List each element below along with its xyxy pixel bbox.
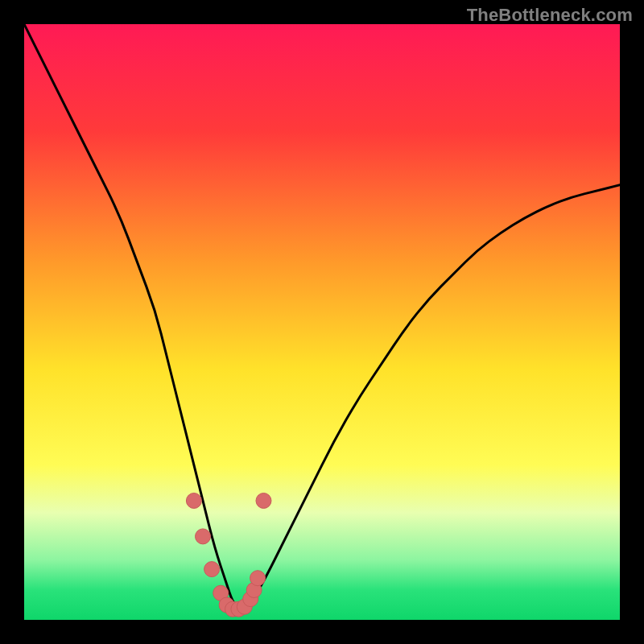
data-marker xyxy=(204,562,220,577)
data-marker xyxy=(196,529,211,544)
data-marker xyxy=(186,493,201,509)
plot-area xyxy=(24,24,620,620)
chart-frame: TheBottleneck.com xyxy=(0,0,644,644)
data-marker xyxy=(250,571,266,586)
data-marker xyxy=(256,493,271,509)
chart-svg xyxy=(24,24,620,620)
gradient-background xyxy=(24,24,620,620)
watermark-text: TheBottleneck.com xyxy=(467,5,633,26)
